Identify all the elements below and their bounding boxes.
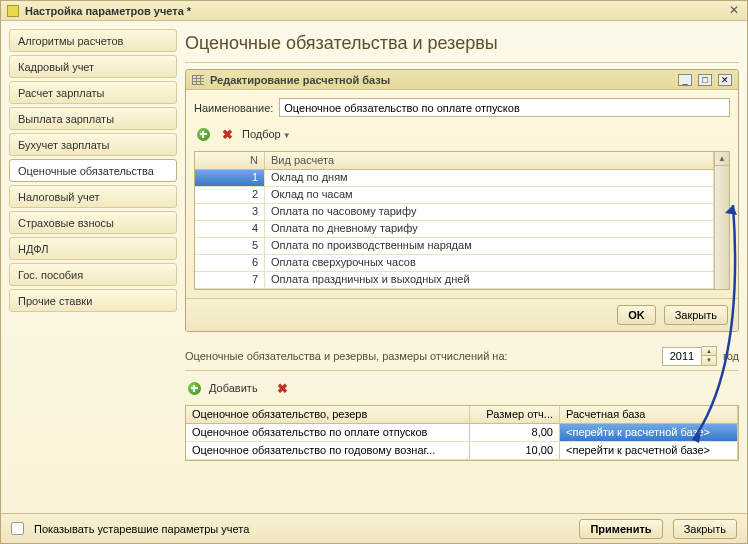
window-title: Настройка параметров учета * xyxy=(25,5,721,17)
table-row[interactable]: Оценочное обязательство по оплате отпуск… xyxy=(186,424,738,442)
table-row[interactable]: 6Оплата сверхурочных часов xyxy=(195,255,714,272)
cell-type: Оплата праздничных и выходных дней xyxy=(265,272,714,288)
sidebar-item-accounting[interactable]: Бухучет зарплаты xyxy=(9,133,177,156)
sidebar-item-tax[interactable]: Налоговый учет xyxy=(9,185,177,208)
sidebar-item-label: Бухучет зарплаты xyxy=(18,139,110,151)
plus-icon xyxy=(188,382,201,395)
cell-n: 5 xyxy=(195,238,265,254)
sidebar-item-label: Страховые взносы xyxy=(18,217,114,229)
year-up-button[interactable]: ▲ xyxy=(702,347,716,356)
cell-type: Оплата по производственным нарядам xyxy=(265,238,714,254)
col-header-type[interactable]: Вид расчета xyxy=(265,152,714,169)
cell-type: Оплата по дневному тарифу xyxy=(265,221,714,237)
cell-n: 2 xyxy=(195,187,265,203)
sidebar-item-label: Прочие ставки xyxy=(18,295,92,307)
cell-name: Оценочное обязательство по оплате отпуск… xyxy=(186,424,470,441)
chevron-down-icon: ▼ xyxy=(283,131,291,140)
table-row[interactable]: Оценочное обязательство по годовому возн… xyxy=(186,442,738,460)
sidebar-item-salary-calc[interactable]: Расчет зарплаты xyxy=(9,81,177,104)
add-row-button[interactable] xyxy=(194,125,212,143)
delete-icon: ✖ xyxy=(277,381,288,396)
cell-base-link[interactable]: <перейти к расчетной базе> xyxy=(560,424,738,441)
main-panel: Оценочные обязательства и резервы Редакт… xyxy=(185,29,739,505)
footer-bar: Показывать устаревшие параметры учета Пр… xyxy=(1,513,747,543)
plus-icon xyxy=(197,128,210,141)
cell-type: Оклад по дням xyxy=(265,170,714,186)
section-label: Оценочные обязательства и резервы, разме… xyxy=(185,350,508,362)
cell-n: 6 xyxy=(195,255,265,271)
delete-icon: ✖ xyxy=(222,127,233,142)
close-button[interactable]: Закрыть xyxy=(664,305,728,325)
col-header-base[interactable]: Расчетная база xyxy=(560,406,738,423)
table-row[interactable]: 5Оплата по производственным нарядам xyxy=(195,238,714,255)
col-header-size[interactable]: Размер отч... xyxy=(470,406,560,423)
sidebar-item-label: Налоговый учет xyxy=(18,191,100,203)
page-title: Оценочные обязательства и резервы xyxy=(185,29,739,63)
table-row[interactable]: 4Оплата по дневному тарифу xyxy=(195,221,714,238)
sidebar-item-hr[interactable]: Кадровый учет xyxy=(9,55,177,78)
cell-type: Оплата сверхурочных часов xyxy=(265,255,714,271)
table-row[interactable]: 2Оклад по часам xyxy=(195,187,714,204)
cell-n: 3 xyxy=(195,204,265,220)
dialog-title: Редактирование расчетной базы xyxy=(210,74,672,86)
pick-button[interactable]: Подбор▼ xyxy=(242,128,291,140)
table-row[interactable]: 1Оклад по дням xyxy=(195,170,714,187)
minimize-icon[interactable]: _ xyxy=(678,74,692,86)
close-button[interactable]: Закрыть xyxy=(673,519,737,539)
cell-n: 1 xyxy=(195,170,265,186)
table-row[interactable]: 3Оплата по часовому тарифу xyxy=(195,204,714,221)
sidebar-item-ndfl[interactable]: НДФЛ xyxy=(9,237,177,260)
titlebar: Настройка параметров учета * ✕ xyxy=(1,1,747,21)
apply-button[interactable]: Применить xyxy=(579,519,662,539)
add-button[interactable]: Добавить xyxy=(209,382,258,394)
scrollbar[interactable]: ▲ xyxy=(714,152,729,289)
calc-base-dialog: Редактирование расчетной базы _ □ ✕ Наим… xyxy=(185,69,739,332)
cell-n: 4 xyxy=(195,221,265,237)
calc-types-grid: N Вид расчета 1Оклад по дням 2Оклад по ч… xyxy=(194,151,730,290)
add-button-icon[interactable] xyxy=(185,379,203,397)
table-icon xyxy=(192,75,204,85)
dialog-titlebar: Редактирование расчетной базы _ □ ✕ xyxy=(186,70,738,90)
cell-size: 8,00 xyxy=(470,424,560,441)
close-icon[interactable]: ✕ xyxy=(727,4,741,18)
obligations-table: Оценочное обязательство, резерв Размер о… xyxy=(185,405,739,461)
sidebar-item-label: Оценочные обязательства xyxy=(18,165,154,177)
close-icon[interactable]: ✕ xyxy=(718,74,732,86)
cell-type: Оклад по часам xyxy=(265,187,714,203)
year-down-button[interactable]: ▼ xyxy=(702,356,716,365)
sidebar-item-insurance[interactable]: Страховые взносы xyxy=(9,211,177,234)
cell-type: Оплата по часовому тарифу xyxy=(265,204,714,220)
pick-label: Подбор xyxy=(242,128,281,140)
maximize-icon[interactable]: □ xyxy=(698,74,712,86)
sidebar: Алгоритмы расчетов Кадровый учет Расчет … xyxy=(9,29,177,505)
delete-row-button[interactable]: ✖ xyxy=(218,125,236,143)
show-obsolete-label: Показывать устаревшие параметры учета xyxy=(34,523,249,535)
sidebar-item-label: Кадровый учет xyxy=(18,61,94,73)
sidebar-item-salary-pay[interactable]: Выплата зарплаты xyxy=(9,107,177,130)
cell-size: 10,00 xyxy=(470,442,560,459)
year-input[interactable] xyxy=(662,347,702,366)
ok-button[interactable]: OK xyxy=(617,305,656,325)
cell-base-link[interactable]: <перейти к расчетной базе> xyxy=(560,442,738,459)
sidebar-item-label: Алгоритмы расчетов xyxy=(18,35,123,47)
sidebar-item-benefits[interactable]: Гос. пособия xyxy=(9,263,177,286)
col-header-n[interactable]: N xyxy=(195,152,265,169)
year-suffix: год xyxy=(723,350,739,362)
sidebar-item-algorithms[interactable]: Алгоритмы расчетов xyxy=(9,29,177,52)
sidebar-item-label: НДФЛ xyxy=(18,243,48,255)
cell-n: 7 xyxy=(195,272,265,288)
cell-name: Оценочное обязательство по годовому возн… xyxy=(186,442,470,459)
sidebar-item-label: Гос. пособия xyxy=(18,269,83,281)
scroll-up-icon[interactable]: ▲ xyxy=(715,152,729,166)
show-obsolete-checkbox[interactable] xyxy=(11,522,24,535)
sidebar-item-other-rates[interactable]: Прочие ставки xyxy=(9,289,177,312)
delete-button[interactable]: ✖ xyxy=(274,379,292,397)
sidebar-item-label: Выплата зарплаты xyxy=(18,113,114,125)
sidebar-item-obligations[interactable]: Оценочные обязательства xyxy=(9,159,177,182)
name-input[interactable] xyxy=(279,98,730,117)
sidebar-item-label: Расчет зарплаты xyxy=(18,87,105,99)
app-icon xyxy=(7,5,19,17)
name-label: Наименование: xyxy=(194,102,273,114)
table-row[interactable]: 7Оплата праздничных и выходных дней xyxy=(195,272,714,289)
col-header-name[interactable]: Оценочное обязательство, резерв xyxy=(186,406,470,423)
